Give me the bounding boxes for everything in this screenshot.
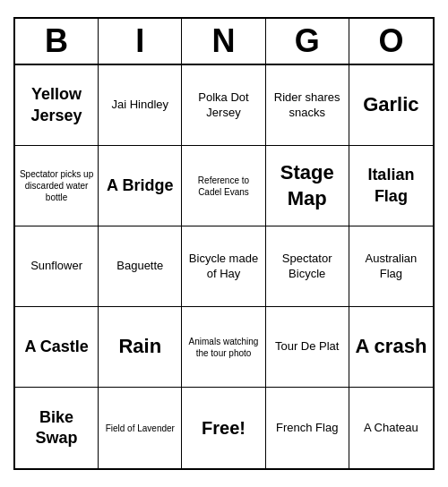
cell-text-7: Reference to Cadel Evans bbox=[185, 175, 261, 198]
cell-text-10: Sunflower bbox=[30, 259, 82, 274]
header-letter-i: I bbox=[99, 19, 182, 64]
bingo-cell-21: Field of Lavender bbox=[99, 388, 182, 468]
cell-text-12: Bicycle made of Hay bbox=[185, 252, 261, 282]
cell-text-4: Garlic bbox=[363, 92, 418, 118]
bingo-cell-17: Animals watching the tour photo bbox=[182, 307, 265, 388]
bingo-header: BINGO bbox=[15, 19, 433, 65]
bingo-cell-9: Italian Flag bbox=[349, 146, 433, 226]
cell-text-19: A crash bbox=[355, 334, 426, 360]
cell-text-20: Bike Swap bbox=[19, 407, 94, 449]
cell-text-13: Spectator Bicycle bbox=[270, 252, 345, 282]
bingo-cell-15: A Castle bbox=[15, 307, 99, 388]
bingo-cell-0: Yellow Jersey bbox=[15, 65, 99, 146]
bingo-cell-22: Free! bbox=[182, 388, 265, 468]
bingo-cell-7: Reference to Cadel Evans bbox=[182, 146, 265, 226]
bingo-cell-16: Rain bbox=[99, 307, 182, 388]
bingo-cell-14: Australian Flag bbox=[349, 226, 433, 307]
cell-text-5: Spectator picks up discarded water bottl… bbox=[19, 168, 94, 203]
bingo-grid: Yellow JerseyJai HindleyPolka Dot Jersey… bbox=[15, 65, 433, 468]
cell-text-17: Animals watching the tour photo bbox=[185, 336, 261, 359]
bingo-cell-8: Stage Map bbox=[266, 146, 349, 226]
cell-text-23: French Flag bbox=[276, 421, 338, 436]
cell-text-14: Australian Flag bbox=[353, 252, 429, 282]
bingo-cell-1: Jai Hindley bbox=[99, 65, 182, 146]
bingo-cell-10: Sunflower bbox=[15, 226, 99, 307]
cell-text-1: Jai Hindley bbox=[111, 98, 168, 113]
bingo-cell-24: A Chateau bbox=[349, 388, 433, 468]
cell-text-3: Rider shares snacks bbox=[270, 90, 345, 121]
bingo-cell-19: A crash bbox=[349, 307, 433, 388]
cell-text-24: A Chateau bbox=[364, 421, 418, 436]
bingo-cell-13: Spectator Bicycle bbox=[266, 226, 349, 307]
bingo-cell-11: Baguette bbox=[99, 226, 182, 307]
bingo-cell-4: Garlic bbox=[349, 65, 433, 146]
cell-text-22: Free! bbox=[202, 418, 246, 439]
cell-text-21: Field of Lavender bbox=[106, 423, 175, 434]
bingo-cell-18: Tour De Plat bbox=[266, 307, 349, 388]
cell-text-6: A Bridge bbox=[107, 175, 173, 196]
header-letter-n: N bbox=[182, 19, 265, 64]
bingo-cell-2: Polka Dot Jersey bbox=[182, 65, 265, 146]
bingo-card: BINGO Yellow JerseyJai HindleyPolka Dot … bbox=[13, 17, 435, 470]
header-letter-g: G bbox=[266, 19, 349, 64]
cell-text-16: Rain bbox=[118, 334, 161, 360]
cell-text-15: A Castle bbox=[24, 337, 88, 357]
cell-text-8: Stage Map bbox=[270, 160, 345, 211]
cell-text-18: Tour De Plat bbox=[275, 339, 340, 355]
cell-text-0: Yellow Jersey bbox=[19, 84, 94, 126]
cell-text-9: Italian Flag bbox=[353, 165, 429, 207]
header-letter-o: O bbox=[349, 19, 433, 64]
cell-text-2: Polka Dot Jersey bbox=[185, 90, 261, 121]
bingo-cell-12: Bicycle made of Hay bbox=[182, 226, 265, 307]
cell-text-11: Baguette bbox=[116, 259, 163, 274]
bingo-cell-5: Spectator picks up discarded water bottl… bbox=[15, 146, 99, 226]
header-letter-b: B bbox=[15, 19, 99, 64]
bingo-cell-3: Rider shares snacks bbox=[266, 65, 349, 146]
bingo-cell-20: Bike Swap bbox=[15, 388, 99, 468]
bingo-cell-6: A Bridge bbox=[99, 146, 182, 226]
bingo-cell-23: French Flag bbox=[266, 388, 349, 468]
